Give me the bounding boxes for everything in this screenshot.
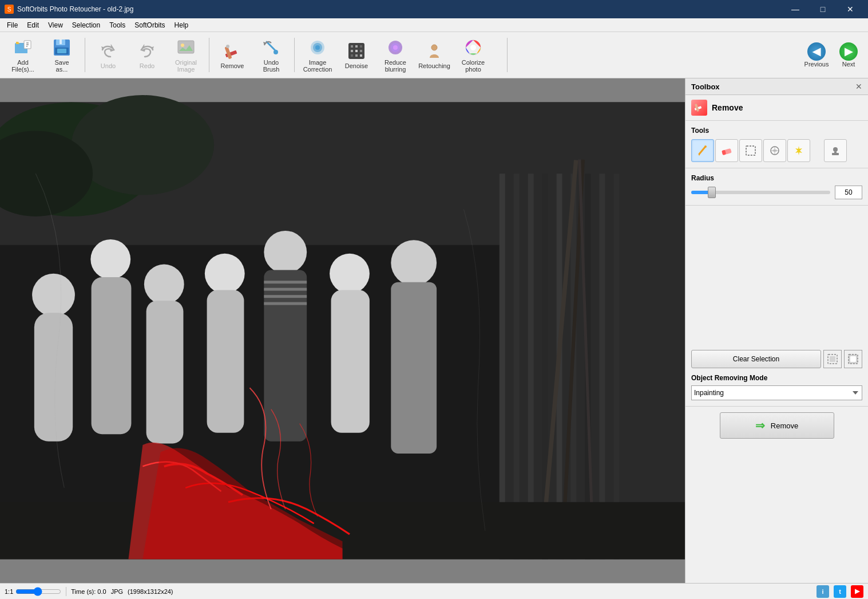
time-label: Time (s): 0.0 bbox=[71, 588, 106, 595]
radius-slider-track[interactable] bbox=[691, 191, 830, 194]
undo-brush-icon bbox=[261, 37, 282, 58]
toolbox-title: Toolbox bbox=[691, 82, 720, 91]
menu-tools[interactable]: Tools bbox=[105, 20, 130, 30]
svg-rect-28 bbox=[351, 54, 353, 57]
svg-rect-8 bbox=[57, 49, 66, 53]
remove-button[interactable]: Remove bbox=[214, 36, 251, 74]
stamp-tool-button[interactable] bbox=[824, 139, 847, 162]
svg-rect-69 bbox=[264, 288, 307, 291]
toolbox-panel: Toolbox ✕ Remove Tools bbox=[685, 78, 868, 583]
svg-rect-46 bbox=[514, 174, 520, 559]
magic-select-tool-button[interactable] bbox=[763, 139, 786, 162]
toolbox-close-button[interactable]: ✕ bbox=[855, 82, 862, 91]
svg-rect-89 bbox=[850, 356, 856, 362]
toolbar: AddFile(s)... Saveas... Undo Redo Origin… bbox=[0, 32, 868, 78]
magic-wand-tool-button[interactable] bbox=[787, 139, 810, 162]
toolbar-nav: ◀ Previous ▶ Next bbox=[802, 36, 863, 74]
add-files-label: AddFile(s)... bbox=[11, 59, 34, 73]
svg-rect-52 bbox=[599, 174, 605, 559]
toolbox-header: Toolbox ✕ bbox=[685, 78, 868, 95]
minimize-button[interactable]: — bbox=[782, 0, 808, 18]
radius-section: Radius 50 bbox=[685, 168, 868, 206]
menu-help[interactable]: Help bbox=[170, 20, 193, 30]
svg-point-83 bbox=[833, 147, 838, 152]
redo-label: Redo bbox=[140, 62, 154, 69]
mode-label: Object Removing Mode bbox=[691, 374, 862, 382]
svg-rect-71 bbox=[264, 302, 307, 305]
radius-input[interactable]: 50 bbox=[835, 186, 862, 199]
svg-rect-22 bbox=[351, 45, 353, 48]
invert-selection-button[interactable] bbox=[844, 350, 862, 368]
original-image-button[interactable]: OriginalImage bbox=[168, 34, 204, 76]
select-all-button[interactable] bbox=[823, 350, 842, 368]
colorize-button[interactable]: Colorizephoto bbox=[455, 34, 492, 76]
svg-point-37 bbox=[470, 45, 476, 50]
photo-canvas bbox=[0, 78, 685, 583]
radius-label: Radius bbox=[691, 174, 862, 182]
add-files-button[interactable]: AddFile(s)... bbox=[5, 34, 41, 76]
remove-action-button[interactable]: ⇒ Remove bbox=[720, 412, 834, 439]
undo-brush-button[interactable]: UndoBrush bbox=[253, 34, 290, 76]
menu-softorbits[interactable]: SoftOrbits bbox=[130, 20, 169, 30]
title-bar: S SoftOrbits Photo Retoucher - old-2.jpg… bbox=[0, 0, 868, 18]
denoise-icon bbox=[346, 41, 367, 61]
svg-rect-68 bbox=[264, 281, 307, 283]
undo-button[interactable]: Undo bbox=[90, 36, 126, 74]
zoom-slider[interactable] bbox=[15, 587, 61, 596]
image-correction-label: ImageCorrection bbox=[303, 59, 332, 73]
save-as-button[interactable]: Saveas... bbox=[43, 34, 80, 76]
remove-section-title: Remove bbox=[712, 103, 743, 112]
svg-point-12 bbox=[181, 44, 184, 47]
canvas-area[interactable] bbox=[0, 78, 685, 583]
svg-rect-87 bbox=[830, 356, 835, 362]
menu-selection[interactable]: Selection bbox=[68, 20, 105, 30]
redo-button[interactable]: Redo bbox=[129, 36, 165, 74]
maximize-button[interactable]: □ bbox=[810, 0, 836, 18]
eraser-tool-button[interactable] bbox=[715, 139, 738, 162]
select-rect-tool-button[interactable] bbox=[739, 139, 762, 162]
svg-rect-53 bbox=[613, 174, 619, 559]
twitter-icon[interactable]: t bbox=[834, 585, 846, 598]
menu-view[interactable]: View bbox=[43, 20, 68, 30]
next-button[interactable]: ▶ Next bbox=[834, 36, 863, 74]
remove-action-section: ⇒ Remove bbox=[685, 407, 868, 444]
svg-point-66 bbox=[264, 231, 307, 274]
svg-rect-29 bbox=[355, 54, 358, 57]
image-correction-icon bbox=[307, 37, 328, 58]
status-bar: 1:1 Time (s): 0.0 JPG (1998x1312x24) i t… bbox=[0, 583, 868, 599]
zoom-level: 1:1 bbox=[5, 588, 13, 595]
radius-slider-thumb[interactable] bbox=[708, 187, 716, 198]
undo-brush-label: UndoBrush bbox=[263, 59, 280, 73]
svg-point-15 bbox=[226, 45, 229, 48]
reduce-blurring-button[interactable]: Reduceblurring bbox=[377, 34, 414, 76]
toolbar-sep-2 bbox=[209, 38, 209, 72]
app-icon: S bbox=[5, 5, 14, 14]
retouching-button[interactable]: Retouching bbox=[416, 36, 453, 74]
mode-select[interactable]: Inpainting Content Aware Fill Edge Fill bbox=[691, 385, 862, 400]
original-image-label: OriginalImage bbox=[175, 59, 197, 73]
dimensions-label: (1998x1312x24) bbox=[128, 588, 173, 595]
brush-tool-button[interactable] bbox=[691, 139, 714, 162]
svg-point-58 bbox=[32, 274, 75, 317]
window-controls: — □ ✕ bbox=[782, 0, 863, 18]
status-zoom: 1:1 bbox=[5, 587, 66, 596]
denoise-label: Denoise bbox=[345, 62, 368, 69]
denoise-button[interactable]: Denoise bbox=[338, 36, 375, 74]
info-icon[interactable]: i bbox=[817, 585, 829, 598]
svg-rect-45 bbox=[500, 174, 505, 559]
undo-label: Undo bbox=[101, 62, 116, 69]
retouching-icon bbox=[424, 41, 445, 61]
menu-edit[interactable]: Edit bbox=[22, 20, 43, 30]
clear-selection-button[interactable]: Clear Selection bbox=[691, 350, 821, 368]
image-correction-button[interactable]: ImageCorrection bbox=[299, 34, 336, 76]
menu-file[interactable]: File bbox=[2, 20, 22, 30]
youtube-icon[interactable]: ▶ bbox=[851, 585, 863, 598]
svg-rect-25 bbox=[351, 50, 353, 52]
close-button[interactable]: ✕ bbox=[837, 0, 863, 18]
svg-point-16 bbox=[274, 50, 278, 54]
svg-rect-73 bbox=[331, 290, 370, 432]
previous-button[interactable]: ◀ Previous bbox=[802, 36, 831, 74]
tools-label: Tools bbox=[691, 127, 862, 135]
undo-icon bbox=[98, 41, 118, 61]
format-label: JPG bbox=[111, 588, 123, 595]
